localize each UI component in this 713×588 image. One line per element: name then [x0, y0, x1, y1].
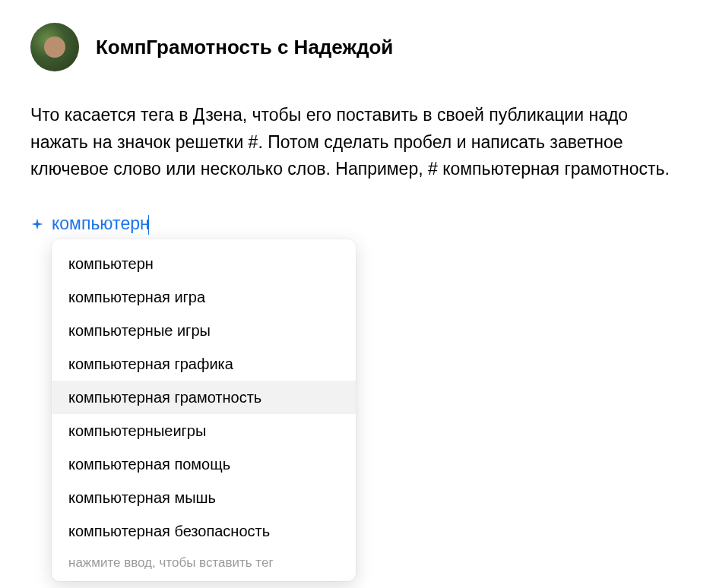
- sparkle-icon: [30, 217, 44, 231]
- suggestion-item[interactable]: компьютерная грамотность: [52, 381, 356, 414]
- suggestion-item[interactable]: компьютерная графика: [52, 347, 356, 381]
- suggestion-item[interactable]: компьютерная безопасность: [52, 514, 356, 548]
- tag-suggestions-dropdown: компьютерн компьютерная игра компьютерны…: [52, 239, 356, 581]
- post-body: Что касается тега в Дзена, чтобы его пос…: [30, 102, 683, 183]
- suggestion-item[interactable]: компьютерная мышь: [52, 481, 356, 514]
- dropdown-hint: нажмите ввод, чтобы вставить тег: [52, 548, 356, 575]
- suggestion-item[interactable]: компьютерные игры: [52, 314, 356, 347]
- suggestion-item[interactable]: компьютерныеигры: [52, 414, 356, 447]
- suggestion-item[interactable]: компьютерная помощь: [52, 447, 356, 481]
- suggestion-item[interactable]: компьютерная игра: [52, 280, 356, 314]
- post-header: КомпГрамотность с Надеждой: [30, 23, 683, 71]
- tag-input[interactable]: компьютерн: [52, 213, 150, 235]
- suggestion-item[interactable]: компьютерн: [52, 247, 356, 280]
- avatar[interactable]: [30, 23, 79, 71]
- author-name[interactable]: КомпГрамотность с Надеждой: [96, 36, 393, 59]
- tag-input-row: компьютерн: [30, 213, 683, 235]
- text-caret: [148, 215, 149, 235]
